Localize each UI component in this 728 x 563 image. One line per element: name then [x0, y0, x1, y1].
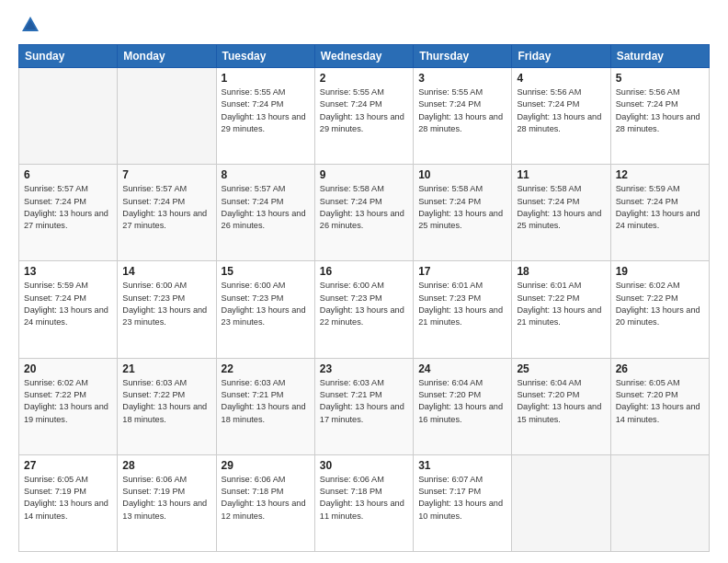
logo	[18, 15, 40, 35]
day-info: Sunrise: 5:58 AM Sunset: 7:24 PM Dayligh…	[418, 183, 506, 232]
calendar-cell: 30Sunrise: 6:06 AM Sunset: 7:18 PM Dayli…	[314, 454, 413, 551]
day-info: Sunrise: 6:02 AM Sunset: 7:22 PM Dayligh…	[24, 377, 112, 426]
day-number: 8	[222, 168, 310, 181]
day-info: Sunrise: 5:55 AM Sunset: 7:24 PM Dayligh…	[320, 86, 408, 135]
header-thursday: Thursday	[414, 45, 512, 68]
calendar-cell: 25Sunrise: 6:04 AM Sunset: 7:20 PM Dayli…	[512, 358, 610, 454]
day-number: 18	[517, 265, 605, 278]
calendar-cell: 3Sunrise: 5:55 AM Sunset: 7:24 PM Daylig…	[414, 68, 512, 165]
calendar-cell: 6Sunrise: 5:57 AM Sunset: 7:24 PM Daylig…	[19, 165, 118, 261]
calendar-cell: 31Sunrise: 6:07 AM Sunset: 7:17 PM Dayli…	[414, 454, 512, 551]
calendar-cell: 10Sunrise: 5:58 AM Sunset: 7:24 PM Dayli…	[414, 165, 512, 261]
day-number: 29	[222, 459, 310, 472]
day-number: 15	[222, 265, 310, 278]
calendar-cell	[512, 454, 610, 551]
day-number: 1	[222, 72, 310, 85]
calendar-cell: 15Sunrise: 6:00 AM Sunset: 7:23 PM Dayli…	[216, 261, 314, 358]
calendar-cell: 28Sunrise: 6:06 AM Sunset: 7:19 PM Dayli…	[118, 454, 216, 551]
calendar-cell: 16Sunrise: 6:00 AM Sunset: 7:23 PM Dayli…	[314, 261, 413, 358]
day-info: Sunrise: 6:07 AM Sunset: 7:17 PM Dayligh…	[418, 474, 506, 523]
day-number: 21	[122, 362, 210, 375]
day-number: 17	[418, 265, 506, 278]
day-number: 13	[24, 265, 112, 278]
day-info: Sunrise: 6:03 AM Sunset: 7:21 PM Dayligh…	[320, 377, 408, 426]
day-number: 31	[418, 459, 506, 472]
day-info: Sunrise: 6:01 AM Sunset: 7:22 PM Dayligh…	[517, 280, 605, 328]
day-number: 22	[222, 362, 310, 375]
day-info: Sunrise: 6:05 AM Sunset: 7:20 PM Dayligh…	[616, 377, 704, 426]
calendar-cell: 11Sunrise: 5:58 AM Sunset: 7:24 PM Dayli…	[512, 165, 610, 261]
day-info: Sunrise: 6:00 AM Sunset: 7:23 PM Dayligh…	[222, 280, 310, 328]
day-info: Sunrise: 5:56 AM Sunset: 7:24 PM Dayligh…	[517, 86, 605, 135]
day-number: 27	[24, 459, 112, 472]
header-sunday: Sunday	[19, 45, 118, 68]
day-number: 26	[616, 362, 704, 375]
calendar-table: SundayMondayTuesdayWednesdayThursdayFrid…	[18, 44, 710, 552]
day-number: 7	[122, 168, 210, 181]
day-number: 3	[418, 72, 506, 85]
header	[18, 15, 710, 35]
day-info: Sunrise: 6:01 AM Sunset: 7:23 PM Dayligh…	[418, 280, 506, 328]
day-info: Sunrise: 6:06 AM Sunset: 7:18 PM Dayligh…	[222, 474, 310, 523]
calendar-cell: 23Sunrise: 6:03 AM Sunset: 7:21 PM Dayli…	[314, 358, 413, 454]
calendar-cell: 24Sunrise: 6:04 AM Sunset: 7:20 PM Dayli…	[414, 358, 512, 454]
calendar-cell	[19, 68, 118, 165]
header-friday: Friday	[512, 45, 610, 68]
calendar-cell	[118, 68, 216, 165]
header-tuesday: Tuesday	[216, 45, 314, 68]
calendar-cell: 8Sunrise: 5:57 AM Sunset: 7:24 PM Daylig…	[216, 165, 314, 261]
calendar-cell: 20Sunrise: 6:02 AM Sunset: 7:22 PM Dayli…	[19, 358, 118, 454]
calendar-cell: 18Sunrise: 6:01 AM Sunset: 7:22 PM Dayli…	[512, 261, 610, 358]
week-row-4: 20Sunrise: 6:02 AM Sunset: 7:22 PM Dayli…	[19, 358, 710, 454]
day-number: 20	[24, 362, 112, 375]
day-number: 28	[122, 459, 210, 472]
day-info: Sunrise: 6:03 AM Sunset: 7:22 PM Dayligh…	[122, 377, 210, 426]
day-number: 19	[616, 265, 704, 278]
day-info: Sunrise: 5:57 AM Sunset: 7:24 PM Dayligh…	[122, 183, 210, 232]
week-row-3: 13Sunrise: 5:59 AM Sunset: 7:24 PM Dayli…	[19, 261, 710, 358]
day-info: Sunrise: 5:59 AM Sunset: 7:24 PM Dayligh…	[24, 280, 112, 328]
day-info: Sunrise: 6:03 AM Sunset: 7:21 PM Dayligh…	[222, 377, 310, 426]
page: SundayMondayTuesdayWednesdayThursdayFrid…	[0, 0, 728, 563]
header-monday: Monday	[118, 45, 216, 68]
day-number: 10	[418, 168, 506, 181]
day-info: Sunrise: 6:06 AM Sunset: 7:19 PM Dayligh…	[122, 474, 210, 523]
calendar-cell: 29Sunrise: 6:06 AM Sunset: 7:18 PM Dayli…	[216, 454, 314, 551]
calendar-cell: 17Sunrise: 6:01 AM Sunset: 7:23 PM Dayli…	[414, 261, 512, 358]
header-saturday: Saturday	[610, 45, 709, 68]
day-info: Sunrise: 6:00 AM Sunset: 7:23 PM Dayligh…	[320, 280, 408, 328]
day-info: Sunrise: 6:06 AM Sunset: 7:18 PM Dayligh…	[320, 474, 408, 523]
calendar-cell: 12Sunrise: 5:59 AM Sunset: 7:24 PM Dayli…	[610, 165, 709, 261]
day-number: 9	[320, 168, 408, 181]
calendar-cell: 26Sunrise: 6:05 AM Sunset: 7:20 PM Dayli…	[610, 358, 709, 454]
day-number: 30	[320, 459, 408, 472]
calendar-cell	[610, 454, 709, 551]
calendar-cell: 19Sunrise: 6:02 AM Sunset: 7:22 PM Dayli…	[610, 261, 709, 358]
day-info: Sunrise: 5:55 AM Sunset: 7:24 PM Dayligh…	[418, 86, 506, 135]
week-row-5: 27Sunrise: 6:05 AM Sunset: 7:19 PM Dayli…	[19, 454, 710, 551]
calendar-cell: 13Sunrise: 5:59 AM Sunset: 7:24 PM Dayli…	[19, 261, 118, 358]
day-info: Sunrise: 5:56 AM Sunset: 7:24 PM Dayligh…	[616, 86, 704, 135]
week-row-1: 1Sunrise: 5:55 AM Sunset: 7:24 PM Daylig…	[19, 68, 710, 165]
day-number: 2	[320, 72, 408, 85]
day-number: 16	[320, 265, 408, 278]
day-number: 23	[320, 362, 408, 375]
day-info: Sunrise: 5:57 AM Sunset: 7:24 PM Dayligh…	[222, 183, 310, 232]
logo-icon	[20, 15, 40, 35]
calendar-cell: 14Sunrise: 6:00 AM Sunset: 7:23 PM Dayli…	[118, 261, 216, 358]
day-info: Sunrise: 6:04 AM Sunset: 7:20 PM Dayligh…	[517, 377, 605, 426]
week-row-2: 6Sunrise: 5:57 AM Sunset: 7:24 PM Daylig…	[19, 165, 710, 261]
calendar-cell: 2Sunrise: 5:55 AM Sunset: 7:24 PM Daylig…	[314, 68, 413, 165]
header-wednesday: Wednesday	[314, 45, 413, 68]
day-number: 25	[517, 362, 605, 375]
day-info: Sunrise: 5:55 AM Sunset: 7:24 PM Dayligh…	[222, 86, 310, 135]
day-info: Sunrise: 5:57 AM Sunset: 7:24 PM Dayligh…	[24, 183, 112, 232]
day-number: 11	[517, 168, 605, 181]
calendar-cell: 27Sunrise: 6:05 AM Sunset: 7:19 PM Dayli…	[19, 454, 118, 551]
calendar-cell: 4Sunrise: 5:56 AM Sunset: 7:24 PM Daylig…	[512, 68, 610, 165]
day-info: Sunrise: 5:58 AM Sunset: 7:24 PM Dayligh…	[517, 183, 605, 232]
calendar-cell: 21Sunrise: 6:03 AM Sunset: 7:22 PM Dayli…	[118, 358, 216, 454]
day-number: 4	[517, 72, 605, 85]
day-info: Sunrise: 5:59 AM Sunset: 7:24 PM Dayligh…	[616, 183, 704, 232]
calendar-header-row: SundayMondayTuesdayWednesdayThursdayFrid…	[19, 45, 710, 68]
